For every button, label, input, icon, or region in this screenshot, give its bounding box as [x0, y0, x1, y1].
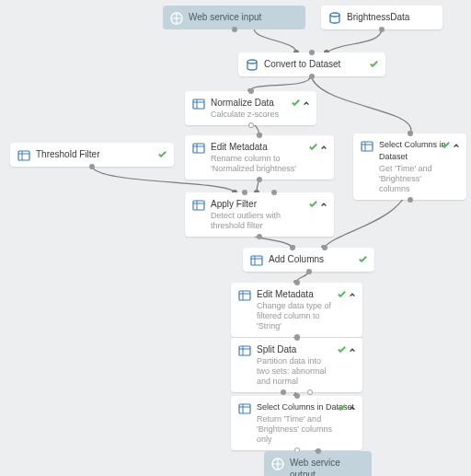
svg-rect-20 — [193, 201, 204, 210]
node-subtitle: Calculate z-scores — [211, 110, 309, 120]
node-status — [308, 199, 327, 209]
web-input-icon — [169, 11, 184, 26]
node-edit-metadata-rename[interactable]: Edit Metadata Rename column to 'Normaliz… — [185, 135, 334, 180]
chevron-up-icon — [349, 404, 356, 412]
module-icon — [191, 97, 206, 111]
module-icon — [237, 401, 252, 416]
node-web-service-input[interactable]: Web service input — [163, 6, 305, 29]
node-edit-metadata-type[interactable]: Edit Metadata Change data type of filter… — [231, 283, 362, 337]
chevron-up-icon — [453, 142, 460, 149]
node-status — [441, 140, 460, 150]
svg-point-15 — [247, 60, 257, 64]
node-title: Threshold Filter — [36, 148, 167, 160]
node-threshold-filter[interactable]: Threshold Filter — [10, 143, 174, 167]
node-add-columns[interactable]: Add Columns — [243, 248, 374, 272]
svg-point-14 — [330, 13, 339, 17]
node-brightness-data[interactable]: BrightnessData — [321, 6, 442, 29]
web-output-icon — [270, 457, 285, 471]
node-status — [369, 59, 379, 69]
svg-rect-23 — [239, 346, 250, 355]
svg-rect-18 — [362, 142, 373, 151]
node-title: Web service output — [290, 457, 364, 476]
chevron-up-icon — [320, 201, 327, 208]
node-status — [337, 344, 356, 354]
module-icon — [237, 343, 252, 358]
chevron-up-icon — [349, 291, 356, 298]
node-subtitle: Change data type of filtered column to '… — [257, 301, 355, 331]
module-icon — [191, 198, 206, 213]
convert-icon — [245, 58, 259, 73]
node-status — [157, 149, 167, 159]
node-status — [358, 254, 368, 264]
module-icon — [249, 253, 264, 268]
node-status — [337, 289, 356, 299]
node-subtitle: Detect outliers with threshold filter — [211, 211, 327, 231]
node-select-columns-return[interactable]: Select Columns in Dataset Return 'Time' … — [231, 396, 362, 450]
module-icon — [17, 148, 31, 163]
node-split-data[interactable]: Split Data Partition data into two sets:… — [231, 338, 362, 392]
svg-rect-21 — [251, 256, 262, 265]
module-icon — [237, 288, 252, 303]
node-title: Convert to Dataset — [264, 58, 378, 70]
node-status — [308, 142, 327, 152]
svg-rect-17 — [193, 144, 204, 153]
node-status — [291, 98, 310, 108]
svg-rect-22 — [239, 291, 250, 300]
node-select-columns-get[interactable]: Select Columns in Dataset Get 'Time' and… — [353, 134, 466, 200]
node-convert-dataset[interactable]: Convert to Dataset — [238, 52, 385, 76]
chevron-up-icon — [349, 346, 356, 354]
dataset-icon — [327, 11, 342, 26]
node-normalize-data[interactable]: Normalize Data Calculate z-scores — [185, 91, 316, 125]
chevron-up-icon — [320, 144, 327, 151]
svg-rect-16 — [193, 99, 204, 109]
node-web-service-output[interactable]: Web service output — [264, 451, 372, 476]
node-apply-filter[interactable]: Apply Filter Detect outliers with thresh… — [185, 192, 334, 237]
module-icon — [191, 141, 206, 156]
node-title: Web service input — [189, 11, 298, 23]
module-icon — [360, 139, 374, 154]
node-subtitle: Rename column to 'Normalized brightness' — [211, 154, 327, 174]
svg-rect-24 — [239, 404, 250, 413]
node-title: Add Columns — [269, 253, 367, 265]
node-subtitle: Get 'Time' and 'Brightness' columns — [379, 164, 459, 194]
node-status — [337, 402, 356, 412]
node-subtitle: Partition data into two sets: abnormal a… — [257, 356, 355, 387]
node-title: BrightnessData — [347, 11, 435, 23]
svg-rect-19 — [18, 151, 29, 160]
chevron-up-icon — [303, 99, 310, 107]
node-subtitle: Return 'Time' and 'Brightness' columns o… — [257, 414, 355, 445]
